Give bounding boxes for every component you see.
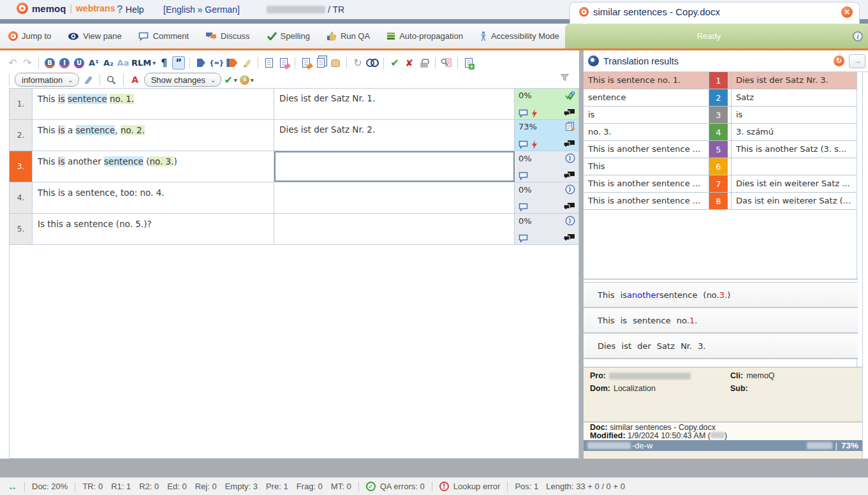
checklist-document-button[interactable] xyxy=(263,56,276,70)
concordance-button[interactable] xyxy=(366,56,379,70)
bold-button[interactable]: B xyxy=(43,56,56,70)
result-number-badge: 6 xyxy=(709,158,728,175)
results-refresh-button[interactable]: ↻ xyxy=(834,55,844,66)
target-cell[interactable] xyxy=(274,214,515,244)
undo-button[interactable]: ↶ xyxy=(6,56,19,70)
ribbon-auto-propagation[interactable]: Auto-propagation xyxy=(378,24,471,48)
pane-divider[interactable] xyxy=(579,50,584,477)
superscript-button[interactable]: A¹ xyxy=(87,56,100,70)
target-cell[interactable]: Dies ist der Satz Nr. 1. xyxy=(274,89,515,119)
ribbon-run-qa[interactable]: Run QA xyxy=(318,24,378,48)
font-substitution-button[interactable]: A xyxy=(129,73,142,87)
insert-empty-tag-button[interactable]: {=} xyxy=(209,56,224,70)
target-cell[interactable] xyxy=(274,182,515,213)
lock-segment-button[interactable] xyxy=(418,56,430,70)
segment-status-cell[interactable]: 0% xyxy=(515,151,578,182)
copy-source-button[interactable] xyxy=(300,56,313,70)
filter-funnel-button[interactable] xyxy=(560,73,570,84)
info-icon[interactable]: i xyxy=(853,31,863,41)
segment-length: Length: 33 + 0 / 0 + 0 xyxy=(546,482,625,491)
result-row[interactable]: is3is xyxy=(584,107,868,124)
highlighter-button[interactable] xyxy=(82,73,94,87)
source-cell[interactable]: Is this a sentence (no. 5.)? xyxy=(33,214,274,244)
insert-tag-pair-button[interactable] xyxy=(226,56,239,70)
target-cell[interactable]: Dies ist der Satz Nr. 2. xyxy=(274,120,515,151)
source-cell[interactable]: This is sentence no. 1. xyxy=(33,89,274,119)
segment-number[interactable]: 1. xyxy=(10,89,33,119)
discussion-icon[interactable] xyxy=(563,202,575,212)
edit-status-icon xyxy=(565,216,575,226)
segment-status-cell[interactable]: 0% xyxy=(515,214,578,244)
lightning-icon xyxy=(531,140,538,149)
discussion-icon[interactable] xyxy=(563,140,575,149)
segment-status-cell[interactable]: 73% xyxy=(515,120,578,151)
result-row[interactable]: sentence2Satz xyxy=(584,89,868,107)
segment-number[interactable]: 4. xyxy=(10,182,33,213)
results-insert-button[interactable]: → xyxy=(849,54,865,68)
document-tab[interactable]: similar sentences - Copy.docx ✕ xyxy=(570,2,860,24)
refresh-button[interactable]: ↻ xyxy=(351,56,364,70)
change-case-button[interactable]: Aa xyxy=(117,56,129,70)
add-term-button[interactable]: + xyxy=(462,56,475,70)
doc-progress: Doc: 20% xyxy=(32,482,68,491)
ribbon-comment[interactable]: Comment xyxy=(130,24,197,48)
edit-status-icon xyxy=(565,184,575,195)
result-row[interactable]: This is another sentence ...7Dies ist ei… xyxy=(584,175,868,193)
comment-bubble-icon[interactable] xyxy=(519,140,529,149)
ribbon-discuss[interactable]: Discuss xyxy=(197,24,258,48)
discussion-icon[interactable] xyxy=(563,108,575,118)
ribbon-spelling[interactable]: Spelling xyxy=(258,24,318,48)
source-cell[interactable]: This is a sentence, no. 2. xyxy=(33,120,274,151)
source-cell[interactable]: This is a sentence, too: no. 4. xyxy=(33,182,274,213)
expand-toggle-icon[interactable]: ↔ xyxy=(8,481,17,492)
show-changes-value: Show changes xyxy=(151,75,205,85)
pilcrow-button[interactable]: ¶ xyxy=(158,56,170,70)
qa-errors: QA errors: 0 xyxy=(380,482,425,491)
discussion-icon[interactable] xyxy=(563,171,575,181)
grab-document-button[interactable] xyxy=(329,56,342,70)
result-row[interactable]: no. 3.43. számú xyxy=(584,124,868,141)
segment-status-cell[interactable]: 0% xyxy=(515,89,578,119)
comment-bubble-icon[interactable] xyxy=(519,234,529,243)
result-row[interactable]: This6 xyxy=(584,158,868,175)
quotes-button[interactable]: ” xyxy=(172,56,185,70)
ribbon-accessibility-mode[interactable]: Accessibility Mode xyxy=(471,24,568,48)
redo-button[interactable]: ↷ xyxy=(21,56,34,70)
rlm-dropdown[interactable]: RLM▾ xyxy=(131,56,156,70)
comment-bubble-icon[interactable] xyxy=(519,109,529,118)
row-filter-dropdown[interactable]: information⌄ xyxy=(15,73,79,87)
close-document-button[interactable]: ✕ xyxy=(841,6,853,18)
segment-status-cell[interactable]: 0% xyxy=(515,182,578,213)
ribbon-view-pane[interactable]: View pane xyxy=(59,24,129,48)
confirm-dropdown-button[interactable]: ✔▾ xyxy=(224,73,237,87)
underline-button[interactable]: U xyxy=(73,56,85,70)
copy-documents-button[interactable] xyxy=(314,56,327,70)
ribbon-jump-to[interactable]: Jump to xyxy=(0,24,59,48)
insert-tag-button[interactable] xyxy=(195,56,207,70)
result-row[interactable]: This is sentence no. 1.1Dies ist der Sat… xyxy=(584,72,868,89)
segment-number[interactable]: 5. xyxy=(10,214,33,244)
italic-button[interactable]: I xyxy=(58,56,71,70)
panel-footer-strip xyxy=(584,451,862,459)
edit-tag-button[interactable] xyxy=(240,56,253,70)
help-link[interactable]: ? Help xyxy=(117,4,144,15)
result-row[interactable]: This is another sentence ...5This is ano… xyxy=(584,141,868,158)
comment-bubble-icon[interactable] xyxy=(519,172,529,181)
result-row[interactable]: This is another sentence ...8Das ist ein… xyxy=(584,193,868,210)
comment-bubble-icon[interactable] xyxy=(519,203,529,212)
segment-number[interactable]: 3. xyxy=(10,151,33,182)
find-term-button[interactable] xyxy=(440,56,453,70)
subscript-button[interactable]: A₂ xyxy=(102,56,115,70)
search-button[interactable] xyxy=(105,73,118,87)
auto-propagation-icon xyxy=(386,32,395,40)
source-cell[interactable]: This is another sentence (no. 3.) xyxy=(33,151,274,182)
pretranslate-dropdown-button[interactable]: ▾ xyxy=(240,73,254,87)
copy-source-icon xyxy=(302,58,310,68)
segment-number[interactable]: 2. xyxy=(10,120,33,151)
discussion-icon[interactable] xyxy=(563,233,575,243)
confirm-button[interactable]: ✔ xyxy=(388,56,401,70)
eraser-document-button[interactable] xyxy=(277,56,290,70)
reject-button[interactable]: ✘ xyxy=(403,56,416,70)
target-cell[interactable] xyxy=(274,151,515,182)
show-changes-dropdown[interactable]: Show changes⌄ xyxy=(144,73,222,87)
